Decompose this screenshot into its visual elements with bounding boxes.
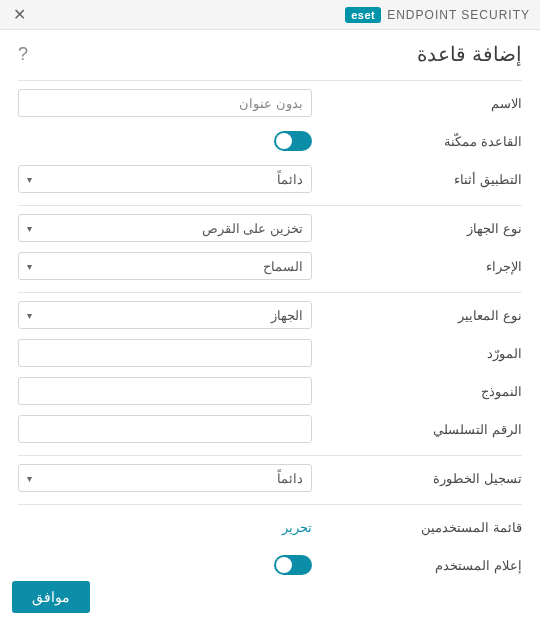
heading-row: إضافة قاعدة ? — [18, 42, 522, 66]
notify-toggle[interactable] — [274, 555, 312, 575]
brand: eset ENDPOINT SECURITY — [345, 7, 530, 23]
apply-value: دائماً — [27, 172, 303, 187]
vendor-input[interactable] — [18, 339, 312, 367]
action-label: الإجراء — [312, 259, 522, 274]
vendor-label: المورّد — [312, 346, 522, 361]
serial-input[interactable] — [18, 415, 312, 443]
section-device: نوع الجهاز تخزين على القرص ▾ الإجراء الس… — [18, 205, 522, 282]
content: إضافة قاعدة ? الاسم القاعدة ممكّنة التطب… — [0, 30, 540, 599]
section-severity: تسجيل الخطورة دائماً ▾ — [18, 455, 522, 494]
action-select[interactable]: السماح ▾ — [18, 252, 312, 280]
action-value: السماح — [27, 259, 303, 274]
notify-label: إعلام المستخدم — [312, 558, 522, 573]
chevron-down-icon: ▾ — [27, 310, 32, 321]
close-icon[interactable]: ✕ — [10, 6, 28, 24]
device-type-label: نوع الجهاز — [312, 221, 522, 236]
name-label: الاسم — [312, 96, 522, 111]
device-type-select[interactable]: تخزين على القرص ▾ — [18, 214, 312, 242]
severity-value: دائماً — [27, 471, 303, 486]
section-general: الاسم القاعدة ممكّنة التطبيق أثناء دائما… — [18, 80, 522, 195]
apply-select[interactable]: دائماً ▾ — [18, 165, 312, 193]
chevron-down-icon: ▾ — [27, 223, 32, 234]
model-label: النموذج — [312, 384, 522, 399]
footer: موافق — [12, 581, 90, 613]
titlebar: ✕ eset ENDPOINT SECURITY — [0, 0, 540, 30]
help-icon[interactable]: ? — [18, 44, 28, 65]
name-input[interactable] — [18, 89, 312, 117]
device-type-value: تخزين على القرص — [27, 221, 303, 236]
apply-label: التطبيق أثناء — [312, 172, 522, 187]
edit-link[interactable]: تحرير — [282, 520, 312, 535]
chevron-down-icon: ▾ — [27, 174, 32, 185]
section-criteria: نوع المعايير الجهاز ▾ المورّد النموذج ال… — [18, 292, 522, 445]
section-users: قائمة المستخدمين تحرير إعلام المستخدم — [18, 504, 522, 581]
severity-select[interactable]: دائماً ▾ — [18, 464, 312, 492]
severity-label: تسجيل الخطورة — [312, 471, 522, 486]
brand-badge: eset — [345, 7, 381, 23]
criteria-type-select[interactable]: الجهاز ▾ — [18, 301, 312, 329]
chevron-down-icon: ▾ — [27, 473, 32, 484]
enabled-toggle[interactable] — [274, 131, 312, 151]
chevron-down-icon: ▾ — [27, 261, 32, 272]
userlist-label: قائمة المستخدمين — [312, 520, 522, 535]
page-title: إضافة قاعدة — [417, 42, 522, 66]
ok-button[interactable]: موافق — [12, 581, 90, 613]
brand-text: ENDPOINT SECURITY — [387, 8, 530, 22]
enabled-label: القاعدة ممكّنة — [312, 134, 522, 149]
criteria-type-value: الجهاز — [27, 308, 303, 323]
serial-label: الرقم التسلسلي — [312, 422, 522, 437]
criteria-type-label: نوع المعايير — [312, 308, 522, 323]
model-input[interactable] — [18, 377, 312, 405]
